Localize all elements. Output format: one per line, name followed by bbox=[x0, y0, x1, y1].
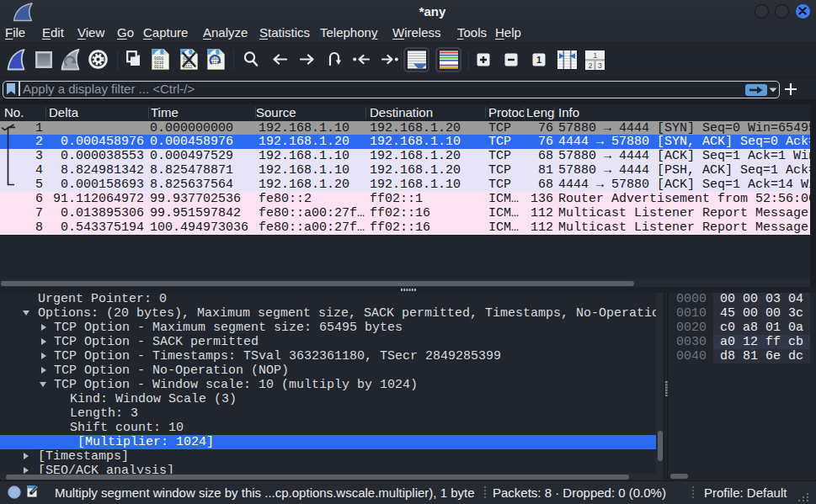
svg-text:2: 2 bbox=[588, 61, 592, 70]
svg-text:1: 1 bbox=[593, 51, 597, 60]
svg-text:3: 3 bbox=[598, 61, 602, 70]
svg-text:1: 1 bbox=[536, 55, 541, 65]
svg-text:0111: 0111 bbox=[154, 65, 163, 70]
